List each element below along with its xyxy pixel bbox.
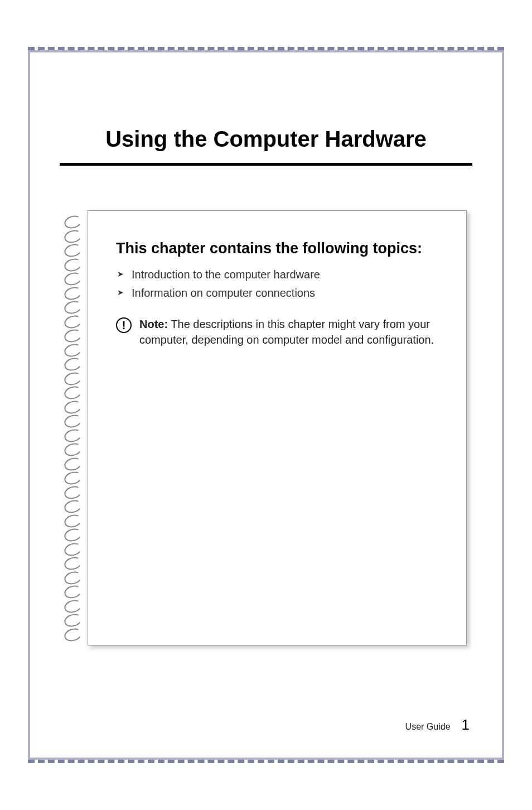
spiral-ring-icon	[64, 486, 85, 498]
spiral-ring-icon	[64, 543, 85, 555]
spiral-binding	[64, 216, 88, 640]
spiral-ring-icon	[64, 273, 85, 284]
page-content: Using the Computer Hardware	[32, 54, 500, 756]
chapter-title: Using the Computer Hardware	[49, 127, 483, 152]
spiral-ring-icon	[64, 515, 85, 526]
bottom-dashed-border	[28, 758, 504, 763]
title-underline	[60, 163, 472, 166]
spiral-ring-icon	[64, 500, 85, 512]
topic-list: Introduction to the computer hardware In…	[116, 268, 444, 300]
page-number: 1	[462, 716, 470, 734]
spiral-ring-icon	[64, 572, 85, 583]
spiral-ring-icon	[64, 330, 85, 341]
spiral-ring-icon	[64, 230, 85, 242]
topic-item: Introduction to the computer hardware	[116, 268, 444, 281]
spiral-ring-icon	[64, 557, 85, 568]
spiral-ring-icon	[64, 387, 85, 398]
spiral-ring-icon	[64, 586, 85, 597]
note-body: The descriptions in this chapter might v…	[139, 318, 434, 346]
note-label: Note:	[139, 318, 168, 330]
spiral-ring-icon	[64, 344, 85, 355]
spiral-ring-icon	[64, 373, 85, 384]
spiral-ring-icon	[64, 301, 85, 312]
spiral-ring-icon	[64, 472, 85, 483]
page-border: Using the Computer Hardware	[28, 50, 504, 760]
page-footer: User Guide 1	[405, 716, 470, 734]
footer-label: User Guide	[405, 722, 451, 732]
spiral-ring-icon	[64, 358, 85, 369]
spiral-ring-icon	[64, 259, 85, 270]
spiral-ring-icon	[64, 629, 85, 640]
spiral-ring-icon	[64, 401, 85, 412]
note-text: Note: The descriptions in this chapter m…	[139, 316, 444, 348]
spiral-ring-icon	[64, 415, 85, 426]
alert-icon: !	[116, 317, 132, 333]
content-wrapper: This chapter contains the following topi…	[88, 210, 467, 645]
section-heading: This chapter contains the following topi…	[116, 239, 444, 258]
spiral-ring-icon	[64, 430, 85, 441]
spiral-ring-icon	[64, 244, 85, 255]
spiral-ring-icon	[64, 529, 85, 540]
spiral-ring-icon	[64, 600, 85, 611]
topic-item: Information on computer connections	[116, 287, 444, 300]
note-block: ! Note: The descriptions in this chapter…	[116, 316, 444, 348]
spiral-ring-icon	[64, 287, 85, 298]
spiral-ring-icon	[64, 614, 85, 625]
spiral-ring-icon	[64, 216, 85, 227]
topics-card: This chapter contains the following topi…	[88, 210, 467, 645]
spiral-ring-icon	[64, 316, 85, 327]
spiral-ring-icon	[64, 443, 85, 455]
exclamation-icon: !	[122, 320, 126, 331]
top-dashed-border	[28, 47, 504, 52]
spiral-ring-icon	[64, 458, 85, 469]
